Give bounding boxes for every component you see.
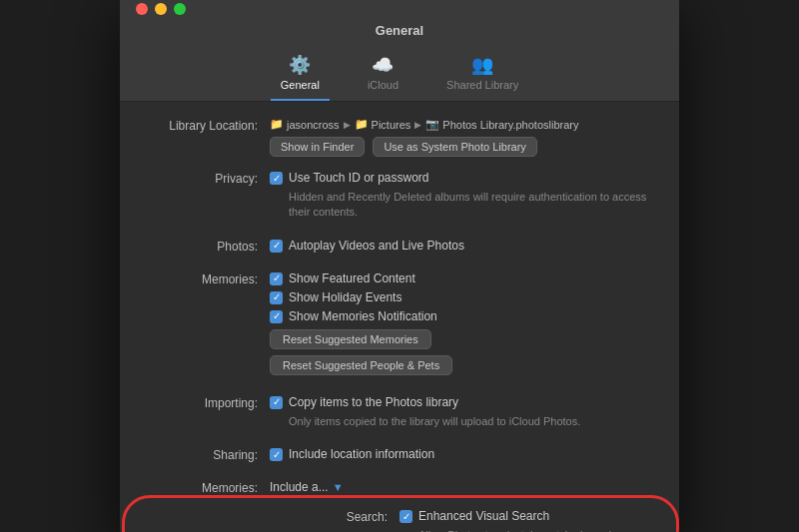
folder-icon-2: 📁 — [355, 118, 369, 131]
checkmark-icon: ✓ — [273, 241, 281, 251]
location-label: Include location information — [289, 447, 434, 461]
location-checkbox-row: ✓ Include location information — [270, 447, 659, 461]
featured-content-checkbox[interactable]: ✓ — [270, 272, 283, 285]
touch-id-label: Use Touch ID or password — [289, 171, 429, 185]
tab-icloud[interactable]: ☁️ iCloud — [358, 48, 408, 101]
importing-content: ✓ Copy items to the Photos library Only … — [270, 395, 659, 433]
cloud-icon: ☁️ — [372, 54, 394, 76]
copy-items-checkbox-row: ✓ Copy items to the Photos library — [270, 395, 659, 409]
privacy-row: Privacy: ✓ Use Touch ID or password Hidd… — [140, 171, 659, 225]
breadcrumb-user: 📁 jasoncross — [270, 118, 340, 131]
memories-notification-checkbox[interactable]: ✓ — [270, 310, 283, 323]
close-button[interactable] — [136, 3, 148, 15]
tab-bar: ⚙️ General ☁️ iCloud 👥 Shared Library — [271, 48, 528, 101]
library-location-row: Library Location: 📁 jasoncross ▶ 📁 Pictu… — [140, 118, 659, 157]
checkmark-icon: ✓ — [273, 273, 281, 283]
location-checkbox[interactable]: ✓ — [270, 448, 283, 461]
folder-icon: 📁 — [270, 118, 284, 131]
autoplay-checkbox-row: ✓ Autoplay Videos and Live Photos — [270, 239, 659, 253]
reset-suggested-people-button[interactable]: Reset Suggested People & Pets — [270, 355, 452, 375]
gear-icon: ⚙️ — [289, 54, 311, 76]
autoplay-label: Autoplay Videos and Live Photos — [289, 239, 464, 253]
checkmark-icon: ✓ — [273, 397, 281, 407]
library-buttons: Show in Finder Use as System Photo Libra… — [270, 137, 659, 157]
people-icon: 👥 — [471, 54, 493, 76]
enhanced-visual-search-label: Enhanced Visual Search — [418, 509, 549, 523]
memories-notification-label: Show Memories Notification — [289, 309, 437, 323]
memories-label: Memories: — [140, 271, 270, 286]
search-label: Search: — [270, 509, 400, 524]
dropdown-arrow-icon[interactable]: ▼ — [333, 481, 344, 493]
search-content: ✓ Enhanced Visual Search Allow Photos to… — [400, 509, 659, 532]
traffic-lights — [136, 3, 186, 15]
breadcrumb: 📁 jasoncross ▶ 📁 Pictures ▶ 📷 Photos Lib… — [270, 118, 659, 131]
holiday-events-checkbox[interactable]: ✓ — [270, 291, 283, 304]
search-highlight-container: Search: ✓ Enhanced Visual Search Allow P… — [270, 509, 659, 532]
sharing-row: Sharing: ✓ Include location information — [140, 447, 659, 466]
maximize-button[interactable] — [174, 3, 186, 15]
sharing-content: ✓ Include location information — [270, 447, 659, 466]
memories-partial-inner: Include a... ▼ — [270, 480, 659, 494]
copy-items-label: Copy items to the Photos library — [289, 395, 458, 409]
settings-content: Library Location: 📁 jasoncross ▶ 📁 Pictu… — [120, 102, 679, 532]
copy-items-checkbox[interactable]: ✓ — [270, 396, 283, 409]
sharing-label: Sharing: — [140, 447, 270, 462]
memories-partial-row: Memories: Include a... ▼ — [140, 480, 659, 495]
checkmark-icon: ✓ — [273, 292, 281, 302]
holiday-events-label: Show Holiday Events — [289, 290, 401, 304]
privacy-sub-text: Hidden and Recently Deleted albums will … — [289, 190, 659, 221]
memories-partial-content: Include a... ▼ — [270, 480, 659, 494]
breadcrumb-library: 📷 Photos Library.photoslibrary — [425, 118, 578, 131]
checkmark-icon: ✓ — [273, 450, 281, 460]
privacy-content: ✓ Use Touch ID or password Hidden and Re… — [270, 171, 659, 225]
memories-row: Memories: ✓ Show Featured Content ✓ Show… — [140, 271, 659, 381]
window-title: General — [376, 23, 423, 38]
importing-label: Importing: — [140, 395, 270, 410]
reset-suggested-memories-button[interactable]: Reset Suggested Memories — [270, 329, 431, 349]
photos-label: Photos: — [140, 239, 270, 254]
enhanced-visual-search-checkbox-row: ✓ Enhanced Visual Search — [400, 509, 635, 523]
importing-row: Importing: ✓ Copy items to the Photos li… — [140, 395, 659, 433]
touch-id-checkbox-row: ✓ Use Touch ID or password — [270, 171, 659, 185]
tab-shared-library[interactable]: 👥 Shared Library — [436, 48, 528, 101]
memories-notification-checkbox-row: ✓ Show Memories Notification — [270, 309, 659, 323]
enhanced-visual-search-checkbox[interactable]: ✓ — [400, 510, 412, 523]
memories-partial-label: Memories: — [140, 480, 270, 495]
minimize-button[interactable] — [155, 3, 167, 15]
library-location-content: 📁 jasoncross ▶ 📁 Pictures ▶ 📷 Photos Lib… — [270, 118, 659, 157]
importing-sub-text: Only items copied to the library will up… — [289, 414, 659, 429]
memories-content: ✓ Show Featured Content ✓ Show Holiday E… — [270, 271, 659, 381]
use-as-system-photo-library-button[interactable]: Use as System Photo Library — [373, 137, 536, 157]
checkmark-icon: ✓ — [273, 174, 281, 184]
search-sub-text: Allow Photos to privately match places i… — [418, 528, 635, 532]
checkmark-icon: ✓ — [402, 512, 410, 522]
breadcrumb-pictures: 📁 Pictures — [355, 118, 411, 131]
privacy-label: Privacy: — [140, 171, 270, 186]
breadcrumb-arrow-2: ▶ — [414, 120, 421, 130]
show-in-finder-button[interactable]: Show in Finder — [270, 137, 365, 157]
photos-content: ✓ Autoplay Videos and Live Photos — [270, 239, 659, 258]
checkmark-icon: ✓ — [273, 311, 281, 321]
featured-content-label: Show Featured Content — [289, 271, 415, 285]
touch-id-checkbox[interactable]: ✓ — [270, 172, 283, 185]
featured-content-checkbox-row: ✓ Show Featured Content — [270, 271, 659, 285]
photos-library-icon: 📷 — [425, 118, 439, 131]
titlebar: General ⚙️ General ☁️ iCloud 👥 Shared Li… — [120, 0, 679, 102]
tab-general[interactable]: ⚙️ General — [271, 48, 330, 101]
photos-row: Photos: ✓ Autoplay Videos and Live Photo… — [140, 239, 659, 258]
library-location-label: Library Location: — [140, 118, 270, 133]
breadcrumb-arrow-1: ▶ — [344, 120, 351, 130]
autoplay-checkbox[interactable]: ✓ — [270, 240, 283, 253]
holiday-events-checkbox-row: ✓ Show Holiday Events — [270, 290, 659, 304]
search-row: Search: ✓ Enhanced Visual Search Allow P… — [270, 509, 659, 532]
app-window: General ⚙️ General ☁️ iCloud 👥 Shared Li… — [120, 0, 679, 532]
